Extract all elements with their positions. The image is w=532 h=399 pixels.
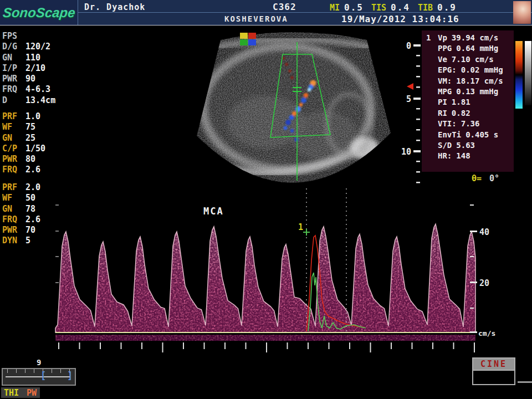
param-row: GN25 — [2, 133, 71, 144]
depth-ruler: 0 5 10 — [398, 39, 422, 194]
physician-name: Dr. Dyachok — [84, 2, 145, 12]
acoustic-indices: MI0.5 TIS0.4 TIB0.9 — [330, 2, 457, 13]
param-row: WF75 — [2, 122, 71, 132]
measurement-row: HR:148 — [422, 151, 514, 162]
b-mode-image — [183, 30, 393, 186]
measurement-row: EPG:0.02 mmHg — [422, 65, 514, 76]
color-doppler-scale-bar — [515, 41, 523, 109]
param-row: I/P2/10 — [2, 63, 71, 74]
tib-index: TIB0.9 — [418, 2, 457, 13]
time-axis-ticks — [58, 342, 475, 352]
doppler-angle-readout: θ=0° — [472, 173, 499, 183]
measurement-row: PI1.81 — [422, 98, 514, 108]
grayscale-bar — [525, 41, 531, 105]
param-row: PWR90 — [2, 74, 71, 84]
b-mode-parameters: FPS D/G120/2 GN110 I/P2/10 PWR90 FRQ4-6.… — [2, 31, 71, 106]
cine-slider[interactable]: [ ] — [2, 368, 76, 386]
slider-handle-left[interactable]: [ — [40, 370, 46, 381]
depth-tick-label: 5 — [406, 94, 411, 104]
patient-thumbnail-image — [513, 1, 531, 24]
focus-marker-icon[interactable] — [407, 83, 413, 90]
measurement-set-index: 1 — [426, 33, 431, 42]
measurement-row: Ve7.10 cm/s — [422, 55, 514, 65]
param-row: GN110 — [2, 53, 71, 63]
caliper-cross-icon[interactable] — [303, 229, 310, 236]
param-row: PWR80 — [2, 154, 71, 165]
header-divider-horizontal — [78, 12, 532, 13]
param-row: D/G120/2 — [2, 42, 71, 52]
color-mode-parameters: PRF1.0 WF75 GN25 C/P1/50 PWR80 FRQ2.6 — [2, 111, 71, 176]
spectral-doppler-display: MCA 1 40 20 cm/s — [53, 186, 532, 357]
header-bar: SonoScape Dr. Dyachok C362 MI0.5 TIS0.4 … — [0, 0, 532, 25]
probe-model: C362 — [273, 2, 296, 12]
sonoscape-logo: SonoScape — [0, 0, 78, 25]
param-row: FRQ4-6.3 — [2, 84, 71, 95]
vessel-label: MCA — [203, 206, 224, 217]
measurement-results-panel: 1Vp39.94 cm/s PPG0.64 mmHg Ve7.10 cm/s E… — [422, 30, 514, 172]
footer-edge-bar — [518, 381, 532, 383]
tis-index: TIS0.4 — [371, 2, 410, 13]
param-row: D13.4cm — [2, 95, 71, 106]
depth-tick-label: 0 — [406, 41, 411, 51]
cine-slider-value: 9 — [37, 358, 41, 367]
param-row: C/P1/50 — [2, 144, 71, 154]
angle-value: 0° — [489, 173, 499, 183]
thi-mode-button[interactable]: THI — [4, 388, 19, 398]
measurement-row: S/D5.63 — [422, 141, 514, 151]
velocity-unit-label: cm/s — [478, 329, 495, 337]
param-row: PRF1.0 — [2, 111, 71, 122]
mi-index: MI0.5 — [330, 2, 364, 13]
measurement-row: RI0.82 — [422, 109, 514, 119]
logo-text: SonoScape — [2, 5, 76, 21]
mode-indicator-chip: THI PW — [1, 387, 40, 398]
datetime: 19/May/2012 13:04:16 — [341, 14, 459, 24]
measurement-row: 1Vp39.94 cm/s — [422, 33, 514, 44]
caliper-number: 1 — [298, 222, 303, 232]
slider-track[interactable] — [6, 376, 70, 377]
cine-button[interactable]: CINE — [472, 357, 515, 385]
depth-ticks — [413, 44, 421, 183]
measurement-row: PPG0.64 mmHg — [422, 44, 514, 54]
spectral-baseline[interactable] — [55, 332, 475, 333]
slider-handle-right[interactable]: ] — [67, 370, 73, 381]
cine-button-label: CINE — [480, 359, 507, 369]
velocity-tick-label: 20 — [479, 278, 489, 288]
param-row: FPS — [2, 31, 71, 42]
measurement-row: VTI:7.36 — [422, 119, 514, 130]
depth-tick-label: 10 — [401, 147, 411, 157]
angle-label: θ= — [472, 173, 482, 183]
measurement-row: VM:18.17 cm/s — [422, 76, 514, 87]
velocity-tick-label: 40 — [479, 227, 489, 237]
param-row: FRQ2.6 — [2, 165, 71, 175]
left-axis-ticks — [55, 204, 59, 283]
measurement-row: EnvTi0.405 s — [422, 130, 514, 141]
patient-name: KOSHEVEROVA — [224, 14, 288, 23]
pw-mode-button[interactable]: PW — [27, 388, 37, 398]
ultrasound-screen: SonoScape Dr. Dyachok C362 MI0.5 TIS0.4 … — [0, 0, 532, 399]
measurement-row: MPG0.13 mmHg — [422, 87, 514, 98]
